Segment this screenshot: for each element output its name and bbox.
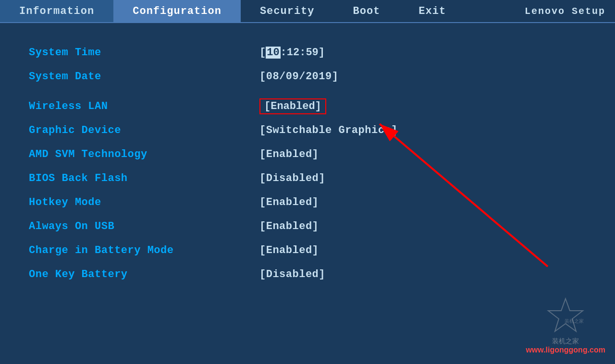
hotkey-mode-value[interactable]: [Enabled] [259, 196, 319, 208]
always-on-usb-label: Always On USB [29, 220, 259, 232]
time-cursor: 10 [266, 47, 280, 59]
menu-item-security[interactable]: Security [241, 0, 334, 22]
graphic-device-row[interactable]: Graphic Device [Switchable Graphics] [29, 120, 586, 140]
system-time-value[interactable]: [10:12:59] [259, 47, 325, 59]
menu-item-exit[interactable]: Exit [399, 0, 465, 22]
wireless-lan-row[interactable]: Wireless LAN [Enabled] [29, 96, 586, 116]
system-date-value[interactable]: [08/09/2019] [259, 71, 338, 83]
always-on-usb-row[interactable]: Always On USB [Enabled] [29, 216, 586, 236]
hotkey-mode-row[interactable]: Hotkey Mode [Enabled] [29, 192, 586, 212]
charge-battery-value[interactable]: [Enabled] [259, 244, 319, 256]
svg-text:装机之家: 装机之家 [565, 318, 584, 324]
hotkey-mode-label: Hotkey Mode [29, 196, 259, 208]
watermark-url: www.ligonggong.com [526, 346, 605, 354]
watermark: 装机之家 装机之家 www.ligonggong.com [526, 296, 605, 354]
wireless-lan-value[interactable]: [Enabled] [259, 98, 326, 114]
graphic-device-value[interactable]: [Switchable Graphics] [259, 124, 398, 136]
system-date-label: System Date [29, 71, 259, 83]
bios-content: System Time [10:12:59] System Date [08/0… [0, 23, 615, 307]
one-key-battery-label: One Key Battery [29, 268, 259, 280]
bios-back-flash-label: BIOS Back Flash [29, 172, 259, 184]
amd-svm-label: AMD SVM Technology [29, 148, 259, 160]
bios-back-flash-value[interactable]: [Disabled] [259, 172, 325, 184]
system-time-row[interactable]: System Time [10:12:59] [29, 42, 586, 62]
bios-settings-table: System Time [10:12:59] System Date [08/0… [29, 42, 586, 284]
amd-svm-row[interactable]: AMD SVM Technology [Enabled] [29, 144, 586, 164]
amd-svm-value[interactable]: [Enabled] [259, 148, 319, 160]
wireless-lan-label: Wireless LAN [29, 100, 259, 112]
brand-title: Lenovo Setup [525, 0, 615, 22]
svg-marker-2 [548, 299, 583, 331]
watermark-site-label: 装机之家 [526, 337, 605, 346]
menu-item-information[interactable]: Information [0, 0, 113, 22]
charge-battery-label: Charge in Battery Mode [29, 244, 259, 256]
one-key-battery-value[interactable]: [Disabled] [259, 268, 325, 280]
watermark-star-icon: 装机之家 [546, 296, 585, 335]
menu-item-boot[interactable]: Boot [334, 0, 400, 22]
bios-back-flash-row[interactable]: BIOS Back Flash [Disabled] [29, 168, 586, 188]
system-date-row[interactable]: System Date [08/09/2019] [29, 66, 586, 86]
graphic-device-label: Graphic Device [29, 124, 259, 136]
one-key-battery-row[interactable]: One Key Battery [Disabled] [29, 264, 586, 284]
menu-item-configuration[interactable]: Configuration [113, 0, 241, 22]
system-time-label: System Time [29, 47, 259, 59]
menu-bar: Information Configuration Security Boot … [0, 0, 615, 23]
charge-battery-row[interactable]: Charge in Battery Mode [Enabled] [29, 240, 586, 260]
always-on-usb-value[interactable]: [Enabled] [259, 220, 319, 232]
